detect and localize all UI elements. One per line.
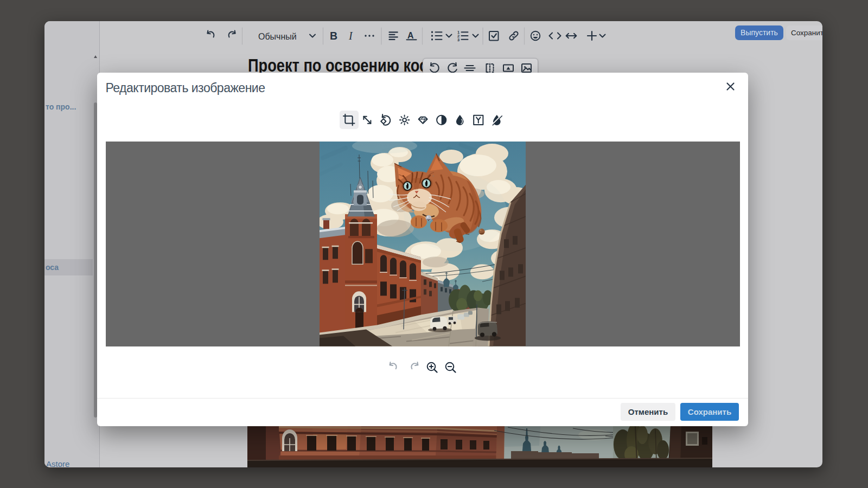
svg-text:I: I <box>348 30 353 42</box>
svg-text:B: B <box>330 30 337 42</box>
svg-text:A: A <box>407 31 414 40</box>
svg-text:3: 3 <box>457 37 459 42</box>
